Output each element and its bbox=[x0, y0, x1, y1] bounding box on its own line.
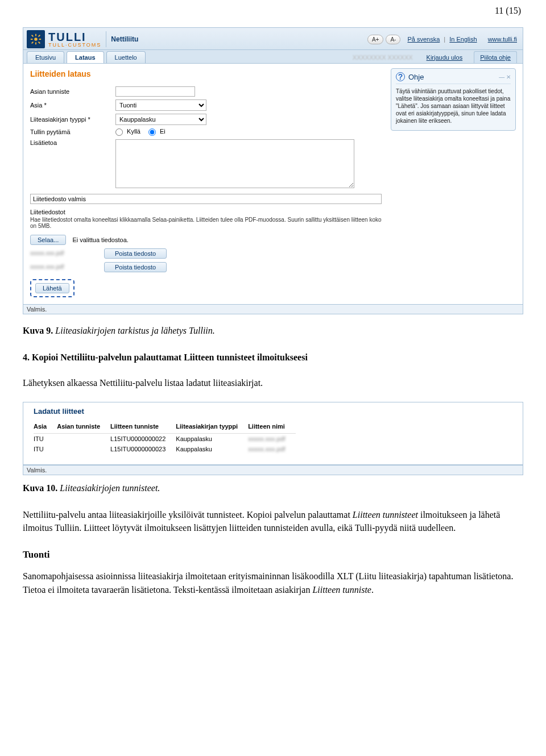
lisatietoa-label: Lisätietoa bbox=[30, 139, 115, 146]
figure-10-caption: Kuva 10. Liiteasiakirjojen tunnisteet. bbox=[23, 483, 523, 493]
help-title: Ohje bbox=[408, 73, 424, 81]
paragraph-1: Nettiliitu-palvelu antaa liiteasiakirjoi… bbox=[23, 508, 523, 534]
site-link[interactable]: www.tulli.fi bbox=[488, 36, 517, 43]
liitetiedostot-heading: Liitetiedostot bbox=[30, 209, 382, 215]
logo-mark bbox=[27, 30, 45, 48]
svg-point-0 bbox=[34, 38, 38, 41]
lang-english-link[interactable]: In English bbox=[449, 36, 477, 43]
col-nimi: Liitteen nimi bbox=[248, 421, 295, 434]
app-footer-status: Valmis. bbox=[23, 304, 523, 314]
app-window-upload: TULLI TULL·CUSTOMS Nettiliitu A+ A- På s… bbox=[23, 27, 523, 314]
logout-link[interactable]: Kirjaudu ulos bbox=[427, 54, 463, 61]
asian-tunniste-input[interactable] bbox=[115, 86, 195, 97]
asia-label: Asia * bbox=[30, 102, 115, 109]
col-asia: Asia bbox=[34, 421, 57, 434]
tab-luettelo[interactable]: Luettelo bbox=[106, 51, 146, 63]
tyyppi-select[interactable]: Kauppalasku bbox=[115, 114, 206, 125]
file-row-2: xxxxx.xxx.pdf Poista tiedosto bbox=[30, 262, 382, 272]
brand-sub: TULL·CUSTOMS bbox=[48, 43, 101, 48]
app-header: TULLI TULL·CUSTOMS Nettiliitu A+ A- På s… bbox=[23, 28, 523, 50]
no-file-text: Ei valittua tiedostoa. bbox=[72, 236, 128, 243]
app-name: Nettiliitu bbox=[111, 35, 138, 43]
tyyppi-label: Liiteasiakirjan tyyppi * bbox=[30, 116, 115, 123]
send-highlight: Lähetä bbox=[30, 279, 75, 297]
help-body: Täytä vähintään puuttuvat pakolliset tie… bbox=[396, 88, 511, 124]
upload-form: Liitteiden lataus Asian tunniste Asia * … bbox=[30, 68, 382, 297]
svg-line-7 bbox=[32, 42, 34, 44]
file-name-blurred: xxxxx.xxx.pdf bbox=[30, 264, 98, 270]
radio-ei[interactable]: Ei bbox=[148, 128, 166, 136]
asian-tunniste-label: Asian tunniste bbox=[30, 88, 115, 95]
lisatietoa-textarea[interactable] bbox=[115, 139, 354, 188]
step-4-title: 4. Kopioi Nettiliitu-palvelun palauttama… bbox=[23, 351, 523, 364]
sun-icon bbox=[30, 33, 42, 45]
asia-select[interactable]: Tuonti bbox=[115, 99, 206, 111]
remove-file-button[interactable]: Poista tiedosto bbox=[104, 248, 167, 259]
hide-help-button[interactable]: Piilota ohje bbox=[474, 51, 517, 63]
svg-line-6 bbox=[39, 42, 40, 44]
browse-button[interactable]: Selaa... bbox=[30, 235, 66, 245]
col-liitteen-tunniste: Liitteen tunniste bbox=[110, 421, 176, 434]
tab-etusivu[interactable]: Etusivu bbox=[27, 51, 64, 63]
zoom-in-button[interactable]: A+ bbox=[367, 35, 384, 44]
svg-line-5 bbox=[32, 35, 34, 37]
table-row: ITU L15ITU0000000022 Kauppalasku xxxxx.x… bbox=[34, 433, 296, 444]
help-window-controls[interactable]: — ✕ bbox=[499, 74, 511, 80]
zoom-out-button[interactable]: A- bbox=[386, 35, 400, 44]
tab-bar: Etusivu Lataus Luettelo XXXXXXXX XXXXXX … bbox=[23, 50, 523, 63]
brand-name: TULLI bbox=[48, 31, 101, 43]
form-title: Liitteiden lataus bbox=[30, 69, 382, 78]
attachments-table: Asia Asian tunniste Liitteen tunniste Li… bbox=[34, 421, 296, 454]
help-panel: ? Ohje — ✕ Täytä vähintään puuttuvat pak… bbox=[391, 68, 516, 131]
liitetiedostot-desc: Hae liitetiedostot omalta koneeltasi kli… bbox=[30, 217, 382, 229]
paragraph-2: Sanomapohjaisessa asioinnissa liiteasiak… bbox=[23, 570, 523, 596]
app-footer-status: Valmis. bbox=[23, 465, 523, 475]
svg-line-8 bbox=[39, 35, 40, 37]
app-window-list: Ladatut liitteet Asia Asian tunniste Lii… bbox=[23, 402, 523, 475]
col-asian-tunniste: Asian tunniste bbox=[57, 421, 110, 434]
step-4-body: Lähetyksen alkaessa Nettiliitu-palvelu l… bbox=[23, 376, 523, 389]
tab-lataus[interactable]: Lataus bbox=[67, 51, 104, 63]
table-row: ITU L15ITU0000000023 Kauppalasku xxxxx.x… bbox=[34, 444, 296, 454]
file-name-blurred: xxxxx.xxx.pdf bbox=[30, 250, 98, 256]
figure-9-caption: Kuva 9. Liiteasiakirjojen tarkistus ja l… bbox=[23, 326, 523, 336]
logo: TULLI TULL·CUSTOMS bbox=[27, 30, 101, 48]
list-title: Ladatut liitteet bbox=[34, 407, 512, 416]
file-row-1: xxxxx.xxx.pdf Poista tiedosto bbox=[30, 248, 382, 259]
upload-status: Liitetiedosto valmis bbox=[30, 194, 382, 204]
heading-tuonti: Tuonti bbox=[23, 549, 523, 560]
separator bbox=[106, 31, 106, 47]
send-button[interactable]: Lähetä bbox=[35, 283, 69, 293]
col-tyyppi: Liiteasiakirjan tyyppi bbox=[176, 421, 248, 434]
radio-kylla[interactable]: Kyllä bbox=[115, 128, 140, 136]
remove-file-button[interactable]: Poista tiedosto bbox=[104, 262, 167, 272]
pyytama-label: Tullin pyytämä bbox=[30, 128, 115, 135]
page-number: 11 (15) bbox=[23, 0, 523, 27]
user-name-blurred: XXXXXXXX XXXXXX bbox=[353, 54, 413, 61]
lang-svenska-link[interactable]: På svenska bbox=[407, 36, 440, 43]
help-icon: ? bbox=[396, 72, 405, 81]
